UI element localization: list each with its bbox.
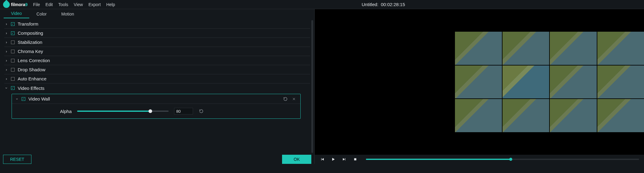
chevron-down-icon: ›	[15, 97, 19, 101]
preview-tile	[597, 32, 644, 65]
preview-tile	[455, 65, 502, 99]
checkbox-transform[interactable]: ✓	[11, 22, 15, 26]
alpha-slider[interactable]	[77, 111, 169, 112]
menubar: filmora9 File Edit Tools View Export Hel…	[0, 0, 644, 9]
scrollbar[interactable]	[311, 20, 313, 153]
param-label: Alpha	[48, 109, 72, 114]
preview-tile	[550, 99, 597, 132]
acc-lens-correction[interactable]: › Lens Correction	[4, 56, 310, 65]
preview-tile	[503, 65, 549, 99]
chevron-right-icon: ›	[5, 31, 8, 35]
app-logo: filmora9	[3, 1, 27, 8]
menu-export[interactable]: Export	[88, 2, 101, 7]
reset-effect-icon[interactable]	[283, 96, 288, 102]
app-name: filmora9	[11, 2, 27, 7]
project-name: Untitled:	[362, 2, 378, 7]
effect-video-wall: › ✓ Video Wall Alpha	[12, 94, 301, 119]
checkbox-video-wall[interactable]: ✓	[22, 97, 25, 101]
stop-button[interactable]	[352, 157, 358, 162]
close-icon[interactable]	[291, 96, 297, 102]
main-split: Video Color Motion › ✓ Transform › ✓ Com…	[0, 9, 644, 164]
menu-items: File Edit Tools View Export Help	[33, 2, 115, 7]
tab-motion[interactable]: Motion	[54, 10, 81, 18]
checkbox-chroma-key[interactable]	[11, 50, 15, 53]
checkbox-video-effects[interactable]: ✓	[11, 86, 15, 90]
menu-edit[interactable]: Edit	[45, 2, 53, 7]
checkbox-lens-correction[interactable]	[11, 59, 15, 62]
acc-label: Drop Shadow	[18, 67, 45, 72]
slider-fill	[77, 111, 150, 112]
app-version: 9	[25, 2, 28, 7]
acc-label: Compositing	[18, 30, 43, 36]
acc-label: Chroma Key	[18, 49, 43, 54]
progress-thumb[interactable]	[509, 158, 512, 161]
effect-label: Video Wall	[28, 96, 50, 101]
slider-thumb[interactable]	[148, 109, 152, 113]
effect-tabs: Video Color Motion	[0, 9, 314, 18]
chevron-down-icon: ›	[4, 86, 9, 90]
preview-tile	[455, 99, 502, 132]
preview-tile	[503, 99, 549, 132]
preview-tile	[550, 32, 597, 65]
bottom-bar: RESET OK	[0, 155, 314, 164]
menu-file[interactable]: File	[33, 2, 40, 7]
menu-help[interactable]: Help	[106, 2, 115, 7]
tab-color[interactable]: Color	[29, 10, 54, 18]
preview-tile	[550, 65, 597, 99]
menu-view[interactable]: View	[74, 2, 83, 7]
transport-bar	[315, 155, 644, 164]
video-preview	[455, 32, 644, 132]
chevron-right-icon: ›	[5, 22, 8, 26]
acc-label: Auto Enhance	[18, 76, 46, 81]
chevron-right-icon: ›	[5, 40, 8, 44]
checkbox-auto-enhance[interactable]	[11, 77, 15, 81]
acc-auto-enhance[interactable]: › Auto Enhance	[4, 74, 310, 83]
acc-video-effects[interactable]: › ✓ Video Effects	[4, 83, 310, 93]
reset-button[interactable]: RESET	[3, 155, 31, 164]
progress-fill	[366, 159, 511, 160]
project-timecode: 00:02:28:15	[381, 2, 405, 7]
logo-icon	[2, 0, 11, 9]
svg-rect-0	[354, 158, 356, 161]
acc-chroma-key[interactable]: › Chroma Key	[4, 47, 310, 56]
acc-transform[interactable]: › ✓ Transform	[4, 19, 310, 29]
preview-tile	[503, 32, 549, 65]
effect-header[interactable]: › ✓ Video Wall	[12, 94, 300, 104]
ok-button[interactable]: OK	[282, 155, 311, 164]
acc-label: Video Effects	[18, 86, 45, 91]
preview-tile	[597, 99, 644, 132]
acc-label: Transform	[18, 21, 38, 26]
reset-param-icon[interactable]	[199, 108, 204, 114]
app-name-text: filmora	[11, 2, 25, 7]
step-forward-button[interactable]	[342, 157, 347, 162]
param-row-alpha: Alpha	[12, 104, 300, 118]
preview-tile	[455, 32, 502, 65]
chevron-right-icon: ›	[5, 68, 8, 72]
tab-video[interactable]: Video	[4, 9, 29, 18]
project-title-block: Untitled: 00:02:28:15	[362, 2, 405, 7]
acc-compositing[interactable]: › ✓ Compositing	[4, 29, 310, 38]
chevron-right-icon: ›	[5, 77, 8, 81]
checkbox-compositing[interactable]: ✓	[11, 31, 15, 35]
chevron-right-icon: ›	[5, 49, 8, 54]
acc-label: Stabilization	[18, 40, 42, 45]
alpha-input[interactable]	[174, 108, 193, 115]
preview-pane	[315, 9, 644, 164]
checkbox-stabilization[interactable]	[11, 41, 15, 44]
playback-progress[interactable]	[366, 159, 639, 160]
acc-stabilization[interactable]: › Stabilization	[4, 38, 310, 47]
preview-wrap	[315, 9, 644, 155]
acc-label: Lens Correction	[18, 58, 50, 63]
step-back-button[interactable]	[320, 157, 325, 162]
checkbox-drop-shadow[interactable]	[11, 68, 15, 72]
effect-panel: Video Color Motion › ✓ Transform › ✓ Com…	[0, 9, 315, 164]
menu-tools[interactable]: Tools	[58, 2, 68, 7]
acc-drop-shadow[interactable]: › Drop Shadow	[4, 65, 310, 74]
play-button[interactable]	[331, 157, 336, 162]
preview-tile	[597, 65, 644, 99]
accordion-panel: › ✓ Transform › ✓ Compositing › Stabiliz…	[0, 18, 314, 155]
chevron-right-icon: ›	[5, 58, 8, 63]
